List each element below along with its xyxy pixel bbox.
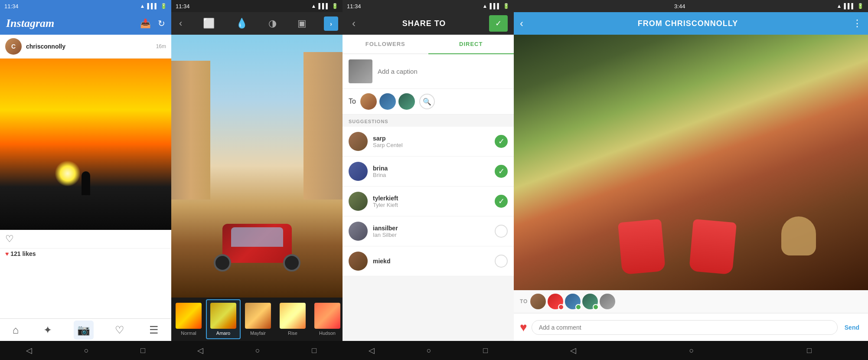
back-btn-2[interactable]: ◁ [197, 346, 203, 355]
filter-item-normal[interactable]: Normal [171, 300, 206, 338]
wifi-icon-2: ▲ [311, 3, 317, 9]
back-btn-3[interactable]: ◁ [369, 346, 375, 355]
suggestion-tylerkieft: tylerkieft Tyler Kieft ✓ [343, 187, 514, 216]
share-confirm-button[interactable]: ✓ [489, 15, 508, 32]
heart-filled: ♥ [5, 250, 9, 257]
recents-btn-3[interactable]: □ [483, 346, 488, 355]
suggestion-brina: brina Brina ✓ [343, 157, 514, 187]
from-header: ‹ FROM CHRISCONNOLLY ⋮ [514, 12, 868, 35]
to-bar-avatar-2 [548, 294, 563, 309]
squirrel [781, 216, 816, 255]
suggestion-username-iansilber[interactable]: iansilber [373, 225, 489, 232]
feed-photo [0, 59, 171, 230]
feed-username[interactable]: chrisconnolly [26, 43, 65, 50]
send-button[interactable]: Send [842, 321, 862, 334]
suggestion-username-brina[interactable]: brina [373, 165, 489, 172]
inbox-icon[interactable]: 📥 [140, 18, 151, 29]
nav-explore-icon[interactable]: ✦ [40, 321, 55, 340]
avatar[interactable]: C [5, 38, 22, 55]
refresh-icon[interactable]: ↻ [158, 18, 165, 29]
time-ago: 16m [156, 43, 166, 49]
suggestion-fullname-brina: Brina [373, 172, 489, 178]
check-tylerkieft[interactable]: ✓ [495, 195, 508, 208]
contrast-icon[interactable]: ◑ [265, 14, 280, 33]
status-bar-1: 11:34 ▲ ▌▌▌ 🔋 [0, 0, 171, 12]
frame-icon[interactable]: ⬜ [199, 14, 218, 33]
car-wheel-right [283, 254, 300, 272]
suggestion-avatar-brina [349, 162, 368, 181]
shoe-left [618, 219, 666, 275]
car-windshield [231, 227, 283, 247]
caption-input[interactable] [378, 68, 508, 75]
heart-icon[interactable]: ♥ [520, 321, 527, 334]
nav-home-icon[interactable]: ⌂ [9, 321, 23, 340]
tab-followers-label: FOLLOWERS [365, 41, 405, 47]
filter-thumb-mayfair [245, 303, 271, 329]
back-btn-4[interactable]: ◁ [570, 346, 576, 355]
check-sarp[interactable]: ✓ [495, 135, 508, 148]
tilt-icon[interactable]: ▣ [294, 14, 310, 33]
status-icons-1: ▲ ▌▌▌ 🔋 [140, 3, 167, 9]
suggestion-username-sarp[interactable]: sarp [373, 135, 489, 142]
suggestion-info-brina: brina Brina [373, 165, 489, 178]
share-back-icon[interactable]: ‹ [349, 14, 359, 33]
back-arrow-icon[interactable]: ‹ [176, 14, 186, 33]
comment-input[interactable] [532, 320, 838, 335]
home-btn-1[interactable]: ○ [84, 346, 89, 355]
nav-heart-icon[interactable]: ♡ [111, 321, 128, 340]
home-btn-3[interactable]: ○ [427, 346, 431, 355]
check-iansilber[interactable] [495, 225, 508, 238]
filter-item-rise[interactable]: Rise [275, 300, 310, 338]
suggestion-avatar-miekd [349, 252, 368, 271]
instagram-header: Instagram 📥 ↻ [0, 12, 171, 35]
to-bar-avatar-3 [565, 294, 581, 309]
filter-thumb-img-amaro [210, 303, 236, 329]
suggestion-avatar-iansilber [349, 222, 368, 241]
signal-icon-4: ▌▌▌ [844, 3, 855, 9]
status-time-3: 11:34 [347, 3, 361, 10]
suggestion-username-tylerkieft[interactable]: tylerkieft [373, 195, 489, 202]
check-brina[interactable]: ✓ [495, 165, 508, 178]
status-time-1: 11:34 [4, 3, 19, 10]
status-icons-3: ▲ ▌▌▌ 🔋 [483, 3, 509, 9]
suggestion-avatar-tylerkieft [349, 192, 368, 211]
recents-btn-4[interactable]: □ [807, 346, 812, 355]
filter-label-amaro: Amaro [216, 331, 230, 336]
next-button[interactable]: › [324, 16, 338, 31]
tab-followers[interactable]: FOLLOWERS [343, 35, 428, 53]
nav-profile-icon[interactable]: ☰ [146, 321, 162, 340]
nav-camera-icon[interactable]: 📷 [74, 321, 94, 340]
droplet-icon[interactable]: 💧 [232, 14, 251, 33]
to-bar-avatars [530, 294, 615, 309]
android-nav-3: ◁ ○ □ [343, 341, 514, 360]
to-row: To 🔍 [343, 89, 514, 115]
bottom-nav: ⌂ ✦ 📷 ♡ ☰ [0, 318, 171, 341]
filter-thumb-hudson [314, 303, 340, 329]
from-photo [514, 35, 868, 290]
suggestion-info-sarp: sarp Sarp Centel [373, 135, 489, 148]
suggestion-sarp: sarp Sarp Centel ✓ [343, 127, 514, 157]
from-back-icon[interactable]: ‹ [520, 17, 523, 29]
filter-item-hudson[interactable]: Hudson [310, 300, 343, 338]
signal-icon: ▌▌▌ [147, 3, 158, 9]
filter-item-mayfair[interactable]: Mayfair [241, 300, 275, 338]
signal-icon-2: ▌▌▌ [318, 3, 330, 9]
check-miekd[interactable] [495, 255, 508, 268]
like-icon[interactable]: ♡ [5, 233, 14, 245]
to-search-button[interactable]: 🔍 [419, 94, 435, 109]
suggestion-username-miekd[interactable]: miekd [373, 258, 489, 265]
header-icons: 📥 ↻ [140, 18, 165, 29]
home-btn-4[interactable]: ○ [689, 346, 694, 355]
recents-btn-2[interactable]: □ [312, 346, 317, 355]
home-btn-2[interactable]: ○ [255, 346, 260, 355]
back-btn-1[interactable]: ◁ [26, 346, 32, 355]
more-options-icon[interactable]: ⋮ [852, 18, 862, 29]
car-body [222, 224, 292, 263]
recents-btn-1[interactable]: □ [140, 346, 145, 355]
editor-photo [171, 35, 343, 298]
suggestion-miekd: miekd [343, 246, 514, 276]
status-icons-2: ▲ ▌▌▌ 🔋 [311, 3, 338, 9]
suggestion-info-tylerkieft: tylerkieft Tyler Kieft [373, 195, 489, 208]
filter-item-amaro[interactable]: Amaro [206, 299, 241, 339]
tab-direct[interactable]: DIRECT [428, 35, 514, 54]
